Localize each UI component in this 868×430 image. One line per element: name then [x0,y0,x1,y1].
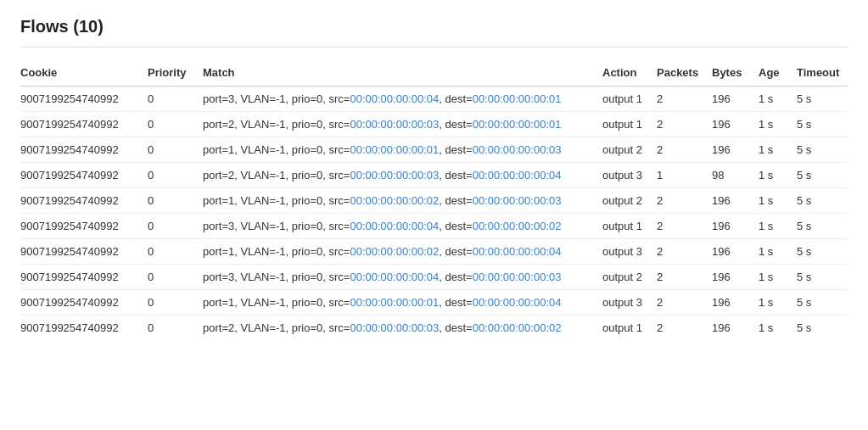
dest-mac-link[interactable]: 00:00:00:00:00:04 [473,296,562,309]
cell-timeout: 5 s [797,188,848,214]
match-prefix: port=3, VLAN=-1, prio=0, src= [203,220,350,232]
match-prefix: port=1, VLAN=-1, prio=0, src= [203,143,350,156]
src-mac-link[interactable]: 00:00:00:00:00:04 [350,92,439,105]
cell-packets: 2 [657,265,712,290]
cell-priority: 0 [148,265,203,290]
cell-cookie: 9007199254740992 [20,87,148,112]
cell-bytes: 196 [712,214,759,239]
src-mac-link[interactable]: 00:00:00:00:00:01 [350,296,439,309]
match-middle: , dest= [439,220,472,232]
src-mac-link[interactable]: 00:00:00:00:00:02 [350,194,439,207]
match-prefix: port=2, VLAN=-1, prio=0, src= [203,321,350,334]
cell-packets: 2 [657,112,712,137]
col-header-timeout: Timeout [797,61,848,87]
cell-cookie: 9007199254740992 [20,137,148,163]
dest-mac-link[interactable]: 00:00:00:00:00:03 [473,143,562,156]
match-prefix: port=3, VLAN=-1, prio=0, src= [203,92,350,105]
col-header-bytes: Bytes [712,61,759,87]
src-mac-link[interactable]: 00:00:00:00:00:03 [350,169,439,181]
cell-action: output 2 [589,265,657,290]
match-middle: , dest= [439,271,472,283]
cell-match: port=1, VLAN=-1, prio=0, src=00:00:00:00… [203,290,589,316]
match-middle: , dest= [439,296,472,309]
cell-bytes: 196 [712,239,759,265]
match-middle: , dest= [439,143,472,156]
dest-mac-link[interactable]: 00:00:00:00:00:01 [473,118,562,131]
table-row: 90071992547409920port=3, VLAN=-1, prio=0… [20,87,848,112]
match-prefix: port=2, VLAN=-1, prio=0, src= [203,118,350,131]
cell-timeout: 5 s [797,137,848,163]
cell-bytes: 98 [712,163,759,188]
cell-action: output 3 [589,290,657,316]
cell-priority: 0 [148,239,203,265]
cell-age: 1 s [759,265,797,290]
cell-timeout: 5 s [797,290,848,316]
cell-action: output 1 [589,316,657,341]
cell-packets: 2 [657,239,712,265]
dest-mac-link[interactable]: 00:00:00:00:00:02 [473,321,562,334]
cell-match: port=1, VLAN=-1, prio=0, src=00:00:00:00… [203,137,589,163]
match-prefix: port=3, VLAN=-1, prio=0, src= [203,271,350,283]
cell-priority: 0 [148,112,203,137]
src-mac-link[interactable]: 00:00:00:00:00:03 [350,118,439,131]
cell-priority: 0 [148,188,203,214]
cell-packets: 2 [657,290,712,316]
cell-match: port=2, VLAN=-1, prio=0, src=00:00:00:00… [203,163,589,188]
cell-age: 1 s [759,214,797,239]
cell-match: port=3, VLAN=-1, prio=0, src=00:00:00:00… [203,214,589,239]
col-header-age: Age [759,61,797,87]
dest-mac-link[interactable]: 00:00:00:00:00:04 [473,169,562,181]
cell-packets: 2 [657,316,712,341]
match-prefix: port=1, VLAN=-1, prio=0, src= [203,296,350,309]
cell-timeout: 5 s [797,239,848,265]
table-row: 90071992547409920port=1, VLAN=-1, prio=0… [20,290,848,316]
dest-mac-link[interactable]: 00:00:00:00:00:02 [473,220,562,232]
match-prefix: port=1, VLAN=-1, prio=0, src= [203,245,350,258]
cell-priority: 0 [148,316,203,341]
col-header-cookie: Cookie [20,61,148,87]
dest-mac-link[interactable]: 00:00:00:00:00:03 [473,271,562,283]
cell-cookie: 9007199254740992 [20,239,148,265]
cell-timeout: 5 s [797,214,848,239]
table-row: 90071992547409920port=1, VLAN=-1, prio=0… [20,137,848,163]
dest-mac-link[interactable]: 00:00:00:00:00:04 [473,245,562,258]
cell-bytes: 196 [712,137,759,163]
dest-mac-link[interactable]: 00:00:00:00:00:01 [473,92,562,105]
match-prefix: port=1, VLAN=-1, prio=0, src= [203,194,350,207]
table-row: 90071992547409920port=3, VLAN=-1, prio=0… [20,265,848,290]
cell-bytes: 196 [712,265,759,290]
table-row: 90071992547409920port=3, VLAN=-1, prio=0… [20,214,848,239]
cell-action: output 1 [589,112,657,137]
src-mac-link[interactable]: 00:00:00:00:00:01 [350,143,439,156]
match-middle: , dest= [439,245,472,258]
col-header-priority: Priority [148,61,203,87]
src-mac-link[interactable]: 00:00:00:00:00:04 [350,220,439,232]
cell-match: port=1, VLAN=-1, prio=0, src=00:00:00:00… [203,239,589,265]
cell-bytes: 196 [712,87,759,112]
flows-table: Cookie Priority Match Action Packets Byt… [20,61,848,340]
cell-timeout: 5 s [797,265,848,290]
cell-bytes: 196 [712,316,759,341]
cell-bytes: 196 [712,112,759,137]
cell-match: port=3, VLAN=-1, prio=0, src=00:00:00:00… [203,87,589,112]
cell-packets: 2 [657,188,712,214]
dest-mac-link[interactable]: 00:00:00:00:00:03 [473,194,562,207]
cell-age: 1 s [759,112,797,137]
cell-timeout: 5 s [797,163,848,188]
cell-action: output 1 [589,214,657,239]
page-title: Flows (10) [20,17,848,36]
match-middle: , dest= [439,118,472,131]
cell-cookie: 9007199254740992 [20,188,148,214]
src-mac-link[interactable]: 00:00:00:00:00:02 [350,245,439,258]
cell-cookie: 9007199254740992 [20,214,148,239]
src-mac-link[interactable]: 00:00:00:00:00:04 [350,271,439,283]
cell-priority: 0 [148,163,203,188]
cell-cookie: 9007199254740992 [20,112,148,137]
match-middle: , dest= [439,194,472,207]
col-header-action: Action [589,61,657,87]
cell-age: 1 s [759,316,797,341]
src-mac-link[interactable]: 00:00:00:00:00:03 [350,321,439,334]
table-row: 90071992547409920port=1, VLAN=-1, prio=0… [20,188,848,214]
cell-timeout: 5 s [797,87,848,112]
cell-packets: 2 [657,137,712,163]
